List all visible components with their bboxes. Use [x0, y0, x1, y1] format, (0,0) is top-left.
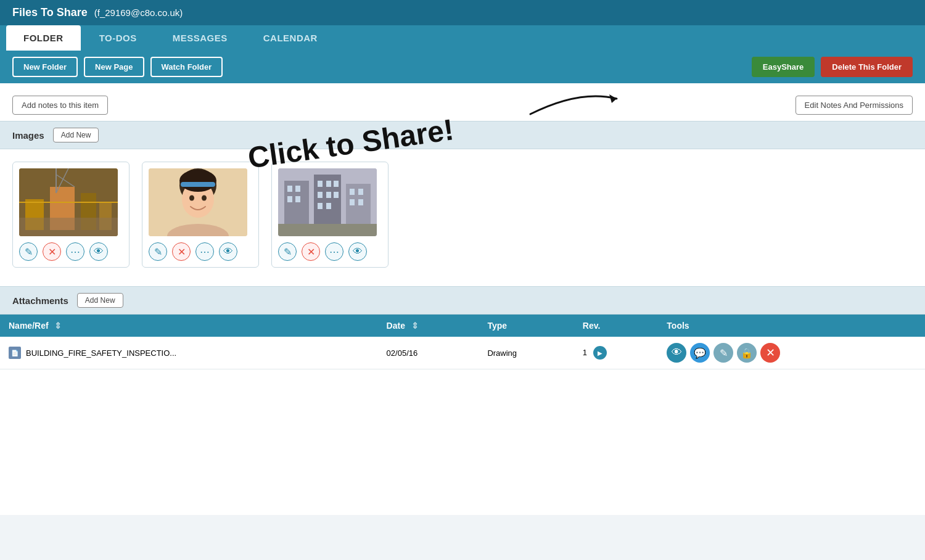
attachments-table: Name/Ref ⇕ Date ⇕ Type Rev. Tools 📄 BUIL… — [0, 315, 925, 369]
watch-folder-button[interactable]: Watch Folder — [150, 57, 223, 77]
attachments-table-head: Name/Ref ⇕ Date ⇕ Type Rev. Tools — [0, 315, 925, 337]
col-header-date: Date ⇕ — [378, 315, 479, 337]
svg-point-15 — [179, 170, 216, 192]
add-notes-button[interactable]: Add notes to this item — [12, 96, 108, 115]
image-edit-icon-2[interactable]: ✎ — [149, 242, 167, 261]
svg-rect-36 — [326, 203, 331, 209]
image-icons-1: ✎ ✕ ⋯ 👁 — [19, 242, 123, 261]
attachment-tools-cell: 👁 💬 ✎ 🔒 ✕ — [658, 337, 925, 369]
image-view-icon-2[interactable]: 👁 — [219, 242, 237, 261]
attachments-title: Attachments — [12, 295, 68, 306]
svg-point-18 — [202, 196, 207, 201]
col-header-type: Type — [479, 315, 574, 337]
image-comment-icon-3[interactable]: ⋯ — [325, 242, 343, 261]
image-card-3: ✎ ✕ ⋯ 👁 — [271, 162, 388, 268]
col-header-rev: Rev. — [574, 315, 658, 337]
image-card-1: ✎ ✕ ⋯ 👁 — [12, 162, 130, 268]
tool-comment-icon[interactable]: 💬 — [690, 343, 710, 363]
attachments-add-new-button[interactable]: Add New — [77, 293, 123, 308]
attachment-name-cell: 📄 BUILDING_FIRE_SAFETY_INSPECTIO... — [0, 337, 378, 369]
svg-rect-39 — [350, 199, 355, 205]
image-delete-icon-1[interactable]: ✕ — [43, 242, 61, 261]
app-title: Files To Share — [12, 6, 88, 19]
images-title: Images — [12, 130, 44, 141]
svg-rect-34 — [334, 192, 339, 198]
attachment-name: 📄 BUILDING_FIRE_SAFETY_INSPECTIO... — [9, 347, 369, 359]
delete-folder-button[interactable]: Delete This Folder — [821, 57, 913, 77]
toolbar: New Folder New Page Watch Folder EasySha… — [0, 51, 925, 83]
images-section-header: Images Add New — [0, 121, 925, 149]
easy-share-button[interactable]: EasyShare — [752, 57, 815, 77]
svg-rect-28 — [295, 196, 300, 202]
attachments-table-body: 📄 BUILDING_FIRE_SAFETY_INSPECTIO... 02/0… — [0, 337, 925, 369]
svg-rect-37 — [350, 189, 355, 195]
image-card-2: ✎ ✕ ⋯ 👁 — [142, 162, 259, 268]
svg-rect-26 — [295, 186, 300, 192]
toolbar-right: EasyShare Delete This Folder — [752, 57, 913, 77]
image-icons-2: ✎ ✕ ⋯ 👁 — [149, 242, 252, 261]
image-comment-icon-1[interactable]: ⋯ — [66, 242, 84, 261]
notes-row: Add notes to this item Click to Share! E… — [0, 83, 925, 121]
tab-todos[interactable]: TO-DOS — [82, 25, 154, 51]
svg-rect-38 — [358, 189, 363, 195]
app-header: Files To Share (f_29169@c8o.co.uk) — [0, 0, 925, 25]
svg-rect-30 — [326, 181, 331, 187]
svg-rect-21 — [278, 224, 377, 236]
revision-play-button[interactable]: ▶ — [593, 346, 607, 360]
svg-rect-33 — [326, 192, 331, 198]
new-page-button[interactable]: New Page — [84, 57, 144, 77]
edit-notes-permissions-button[interactable]: Edit Notes And Permissions — [796, 96, 913, 115]
image-comment-icon-2[interactable]: ⋯ — [195, 242, 214, 261]
app-subtitle: (f_29169@c8o.co.uk) — [94, 7, 183, 18]
file-icon: 📄 — [9, 347, 21, 359]
svg-rect-32 — [318, 192, 323, 198]
attachments-section-header: Attachments Add New — [0, 286, 925, 315]
svg-point-17 — [189, 196, 194, 201]
image-edit-icon-3[interactable]: ✎ — [278, 242, 297, 261]
svg-rect-35 — [318, 203, 323, 209]
image-thumb-2[interactable] — [149, 168, 247, 236]
new-folder-button[interactable]: New Folder — [12, 57, 78, 77]
svg-rect-31 — [334, 181, 339, 187]
attachment-rev-cell: 1 ▶ — [574, 337, 658, 369]
sort-icon-date[interactable]: ⇕ — [411, 321, 419, 331]
tab-calendar[interactable]: CALENDAR — [246, 25, 335, 51]
table-row: 📄 BUILDING_FIRE_SAFETY_INSPECTIO... 02/0… — [0, 337, 925, 369]
svg-rect-27 — [287, 196, 292, 202]
content-area: Add notes to this item Click to Share! E… — [0, 83, 925, 515]
tool-edit-icon[interactable]: ✎ — [713, 343, 733, 363]
image-thumb-3[interactable] — [278, 168, 377, 236]
image-thumb-1[interactable] — [19, 168, 118, 236]
tools-row: 👁 💬 ✎ 🔒 ✕ — [667, 343, 916, 363]
sort-icon-name[interactable]: ⇕ — [54, 321, 62, 331]
svg-rect-29 — [318, 181, 323, 187]
image-delete-icon-3[interactable]: ✕ — [302, 242, 320, 261]
col-header-name: Name/Ref ⇕ — [0, 315, 378, 337]
image-edit-icon-1[interactable]: ✎ — [19, 242, 38, 261]
svg-rect-25 — [287, 186, 292, 192]
images-grid: ✎ ✕ ⋯ 👁 — [0, 149, 925, 280]
image-view-icon-1[interactable]: 👁 — [89, 242, 108, 261]
svg-rect-40 — [358, 199, 363, 205]
col-header-tools: Tools — [658, 315, 925, 337]
svg-marker-1 — [609, 94, 617, 103]
tool-delete-icon[interactable]: ✕ — [760, 343, 780, 363]
tool-view-icon[interactable]: 👁 — [667, 343, 686, 363]
svg-rect-11 — [19, 218, 118, 236]
attachment-type-cell: Drawing — [479, 337, 574, 369]
attachments-table-header-row: Name/Ref ⇕ Date ⇕ Type Rev. Tools — [0, 315, 925, 337]
svg-rect-16 — [181, 182, 215, 187]
attachment-filename: BUILDING_FIRE_SAFETY_INSPECTIO... — [26, 348, 176, 358]
tool-lock-icon[interactable]: 🔒 — [737, 343, 757, 363]
image-view-icon-3[interactable]: 👁 — [348, 242, 367, 261]
image-icons-3: ✎ ✕ ⋯ 👁 — [278, 242, 382, 261]
images-add-new-button[interactable]: Add New — [53, 128, 99, 142]
tabs-bar: FOLDER TO-DOS MESSAGES CALENDAR — [0, 25, 925, 51]
tab-messages[interactable]: MESSAGES — [155, 25, 245, 51]
image-delete-icon-2[interactable]: ✕ — [172, 242, 191, 261]
tab-folder[interactable]: FOLDER — [6, 25, 81, 51]
attachment-date-cell: 02/05/16 — [378, 337, 479, 369]
